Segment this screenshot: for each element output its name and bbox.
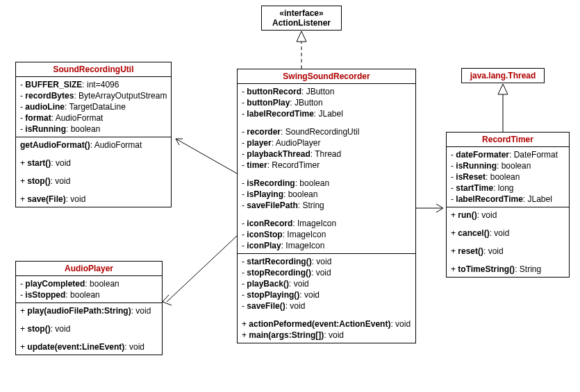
attribute-row: - iconStop: ImageIcon (242, 229, 411, 240)
attribute-row: - iconPlay: ImageIcon (242, 240, 411, 251)
class-name: java.lang.Thread (470, 71, 536, 80)
operation-row: - playBack(): void (242, 278, 411, 289)
class-name: AudioPlayer (65, 264, 113, 273)
operation-row: + update(event:LineEvent): void (20, 341, 158, 352)
attribute-row: - audioLine: TargetDataLine (20, 101, 167, 112)
operation-row: + save(File): void (20, 194, 167, 205)
attribute-row: - isReset: boolean (451, 171, 565, 182)
attribute-row: - iconRecord: ImageIcon (242, 218, 411, 229)
operation-row: + cancel(): void (451, 228, 565, 239)
class-name: RecordTimer (482, 135, 533, 144)
attributes-section: - playCompleted: boolean- isStopped: boo… (16, 276, 162, 303)
attribute-row: - isStopped: boolean (20, 289, 158, 300)
class-recordtimer: RecordTimer - dateFormater: DateFormat- … (446, 132, 570, 278)
operation-row: + start(): void (20, 157, 167, 169)
attribute-row: - isPlaying: boolean (242, 189, 411, 200)
class-name: ActionListener (272, 18, 331, 28)
attribute-row: - dateFormater: DateFormat (451, 149, 565, 160)
operation-row: + toTimeString(): String (451, 264, 565, 275)
operation-row: + actionPeformed(event:ActionEvent): voi… (242, 318, 411, 330)
class-name: SwingSoundRecorder (283, 71, 370, 81)
operation-row: - startRecording(): void (242, 256, 411, 267)
attribute-row: - isRecording: boolean (242, 178, 411, 189)
class-soundrecordingutil: SoundRecordingUtil - BUFFER_SIZE: int=40… (15, 62, 172, 207)
class-name: SoundRecordingUtil (53, 65, 134, 74)
operation-row: + main(args:String[]): void (242, 330, 411, 341)
operations-section: + play(audioFilePath:String): void+ stop… (16, 303, 162, 355)
attributes-section: - buttonRecord: JButton- buttonPlay: JBu… (238, 84, 415, 254)
attribute-row: - BUFFER_SIZE: int=4096 (20, 79, 167, 90)
attributes-section: - dateFormater: DateFormat- isRunning: b… (447, 147, 569, 207)
attribute-row: - format: AudioFormat (20, 112, 167, 123)
operation-row: - saveFile(): void (242, 300, 411, 312)
svg-marker-3 (498, 84, 508, 94)
attribute-row: - buttonRecord: JButton (242, 86, 411, 97)
attribute-row: - isRunning: boolean (451, 160, 565, 171)
attribute-row: - startTime: long (451, 182, 565, 194)
attribute-row: - player: AudioPlayer (242, 137, 411, 148)
class-thread: java.lang.Thread (461, 68, 545, 83)
operation-row: + reset(): void (451, 246, 565, 257)
svg-line-4 (176, 139, 237, 173)
operation-row: + play(audioFilePath:String): void (20, 305, 158, 316)
attribute-row: - isRunning: boolean (20, 123, 167, 135)
attribute-row: - labelRecordTime: JLabel (242, 108, 411, 119)
attribute-row: - saveFilePath: String (242, 200, 411, 211)
operation-row: + stop(): void (20, 323, 158, 334)
operation-row: - stopPlaying(): void (242, 289, 411, 300)
operations-section: - startRecording(): void- stopRecording(… (238, 254, 415, 343)
attribute-row: - timer: RecordTimer (242, 160, 411, 171)
attribute-row: - recorder: SoundRecordingUtil (242, 126, 411, 137)
attribute-row: - recordBytes: ByteArrayOutputStream (20, 90, 167, 101)
svg-line-5 (167, 236, 237, 302)
class-actionlistener: «interface» ActionListener (261, 6, 342, 31)
operation-row: + stop(): void (20, 176, 167, 187)
class-audioplayer: AudioPlayer - playCompleted: boolean- is… (15, 261, 163, 355)
attribute-row: - buttonPlay: JButton (242, 97, 411, 108)
attribute-row: - playCompleted: boolean (20, 278, 158, 289)
attribute-row: - labelRecordTime: JLabel (451, 194, 565, 205)
operation-row: - stopRecording(): void (242, 267, 411, 278)
attribute-row: - playbackThread: Thread (242, 148, 411, 160)
class-swingsoundrecorder: SwingSoundRecorder - buttonRecord: JButt… (237, 69, 416, 343)
svg-marker-1 (297, 31, 306, 42)
operation-row: getAudioFormat(): AudioFormat (20, 139, 167, 151)
operation-row: + run(): void (451, 210, 565, 221)
stereotype-label: «interface» (265, 8, 338, 18)
attributes-section: - BUFFER_SIZE: int=4096- recordBytes: By… (16, 77, 171, 137)
operations-section: + run(): void+ cancel(): void+ reset(): … (447, 207, 569, 277)
operations-section: getAudioFormat(): AudioFormat+ start(): … (16, 137, 171, 207)
